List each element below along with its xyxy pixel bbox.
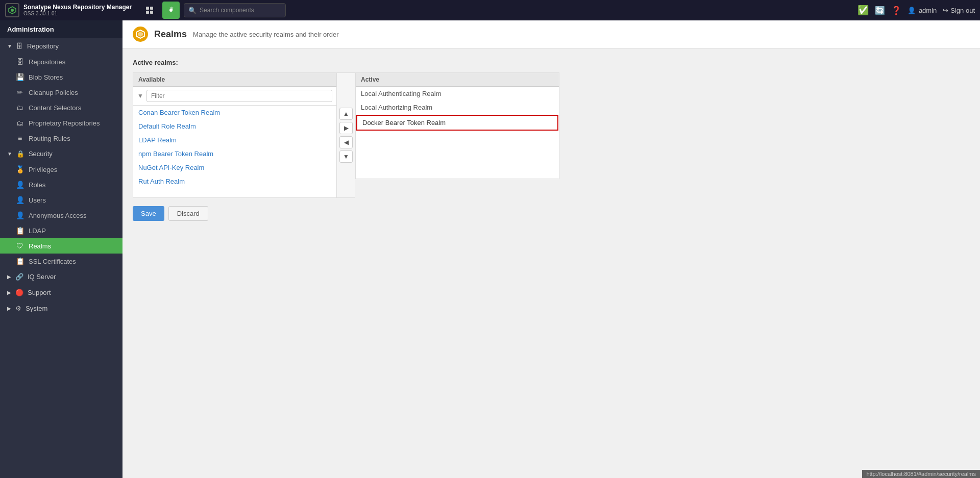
system-icon: ⚙ [15, 305, 21, 312]
sidebar-item-ssl-certificates[interactable]: 📋 SSL Certificates [0, 254, 122, 269]
refresh-icon[interactable]: 🔄 [875, 6, 885, 15]
sidebar-item-users[interactable]: 👤 Users [0, 192, 122, 208]
url-bar: http://localhost:8081/#admin/security/re… [862, 470, 980, 478]
signout-icon: ↪ [943, 7, 948, 14]
brand: Sonatype Nexus Repository Manager OSS 3.… [5, 3, 132, 17]
iq-icon: 🔗 [15, 273, 23, 281]
active-panel: Active Local Authenticating Realm Local … [355, 72, 559, 179]
sidebar-item-label: Privileges [29, 166, 57, 173]
sidebar-item-content-selectors[interactable]: 🗂 Content Selectors [0, 100, 122, 115]
page-header-icon [133, 27, 148, 42]
section-label: Active realms: [133, 59, 970, 66]
repository-icon: 🗄 [16, 42, 23, 50]
search-icon: 🔍 [188, 7, 197, 14]
security-label: Security [29, 150, 53, 158]
list-item[interactable]: LDAP Realm [133, 133, 336, 147]
active-list: Local Authenticating Realm Local Authori… [356, 87, 559, 179]
list-item[interactable]: Conan Bearer Token Realm [133, 106, 336, 119]
main-layout: Administration ▼ 🗄 Repository 🗄 Reposito… [0, 20, 980, 478]
list-item[interactable]: Rut Auth Realm [133, 174, 336, 188]
list-item[interactable]: NuGet API-Key Realm [133, 161, 336, 174]
sidebar-item-ldap[interactable]: 📋 LDAP [0, 223, 122, 238]
browse-icon-btn[interactable] [141, 2, 158, 19]
filter-input[interactable] [146, 90, 332, 102]
navbar-right: ✅ 🔄 ❓ 👤 admin ↪ Sign out [857, 5, 975, 16]
sidebar-item-privileges[interactable]: 🏅 Privileges [0, 162, 122, 177]
sidebar-item-cleanup-policies[interactable]: ✏ Cleanup Policies [0, 85, 122, 100]
svg-rect-4 [146, 11, 149, 14]
sidebar-item-label: Content Selectors [29, 104, 81, 112]
security-icon: 🔒 [16, 150, 24, 158]
navbar: Sonatype Nexus Repository Manager OSS 3.… [0, 0, 980, 20]
sidebar-item-label: Roles [29, 181, 45, 189]
privileges-icon: 🏅 [15, 165, 24, 173]
sidebar-toggle-support[interactable]: ▶ 🔴 Support [0, 285, 122, 300]
chevron-down-icon: ▼ [7, 43, 12, 49]
routing-icon: ≡ [15, 134, 24, 142]
system-label: System [26, 305, 47, 312]
admin-icon-btn[interactable] [162, 2, 180, 19]
chevron-right-icon: ▶ [7, 274, 11, 280]
sidebar-toggle-security[interactable]: ▼ 🔒 Security [0, 146, 122, 162]
move-down-btn[interactable]: ▼ [339, 150, 353, 163]
user-icon: 👤 [908, 7, 916, 14]
list-item[interactable]: Local Authorizing Realm [356, 100, 559, 114]
move-up-btn[interactable]: ▲ [339, 108, 353, 120]
page-description: Manage the active security realms and th… [193, 31, 338, 38]
repositories-icon: 🗄 [15, 58, 24, 66]
user-section[interactable]: 👤 admin [908, 7, 937, 14]
list-item-selected[interactable]: Docker Bearer Token Realm [356, 115, 558, 131]
available-header: Available [133, 73, 336, 87]
sidebar-item-anonymous-access[interactable]: 👤 Anonymous Access [0, 208, 122, 223]
sidebar-item-proprietary-repos[interactable]: 🗂 Proprietary Repositories [0, 115, 122, 131]
filter-icon: ▼ [137, 92, 143, 99]
help-icon[interactable]: ❓ [891, 6, 901, 15]
search-box[interactable]: 🔍 [184, 3, 286, 17]
iq-server-label: IQ Server [28, 273, 56, 281]
cleanup-icon: ✏ [15, 88, 24, 96]
sidebar-item-label: LDAP [29, 227, 46, 235]
available-list: Conan Bearer Token Realm Default Role Re… [133, 106, 336, 197]
sidebar-item-roles[interactable]: 👤 Roles [0, 177, 122, 192]
sidebar-item-label: Realms [29, 242, 51, 250]
sidebar-item-blob-stores[interactable]: 💾 Blob Stores [0, 69, 122, 85]
list-item[interactable]: Default Role Realm [133, 119, 336, 133]
sidebar-item-label: SSL Certificates [29, 258, 76, 265]
sidebar-item-label: Proprietary Repositories [29, 119, 100, 127]
sidebar-item-label: Repositories [29, 58, 65, 66]
save-button[interactable]: Save [133, 206, 164, 221]
sidebar-item-label: Blob Stores [29, 73, 63, 81]
sidebar-toggle-repository[interactable]: ▼ 🗄 Repository [0, 38, 122, 54]
username-label: admin [919, 7, 937, 14]
sidebar-toggle-iq-server[interactable]: ▶ 🔗 IQ Server [0, 269, 122, 285]
sidebar-item-label: Routing Rules [29, 135, 70, 142]
proprietary-icon: 🗂 [15, 119, 24, 127]
sidebar-item-repositories[interactable]: 🗄 Repositories [0, 54, 122, 69]
sidebar-item-realms[interactable]: 🛡 Realms [0, 238, 122, 254]
signout-label: Sign out [950, 7, 975, 14]
move-right-btn[interactable]: ▶ [339, 122, 353, 134]
brand-logo [5, 3, 19, 17]
list-item[interactable]: Local Authenticating Realm [356, 87, 559, 100]
move-left-btn[interactable]: ◀ [339, 136, 353, 148]
active-header: Active [356, 73, 559, 87]
controls-panel: ▲ ▶ ◀ ▼ [337, 72, 355, 198]
action-bar: Save Discard [133, 206, 970, 221]
page-body: Active realms: Available ▼ Conan Bearer … [122, 48, 980, 478]
sidebar-header: Administration [0, 20, 122, 38]
signout-section[interactable]: ↪ Sign out [943, 7, 975, 14]
sidebar-toggle-system[interactable]: ▶ ⚙ System [0, 300, 122, 316]
svg-rect-3 [150, 7, 153, 10]
realms-layout: Available ▼ Conan Bearer Token Realm Def… [133, 72, 970, 198]
brand-text: Sonatype Nexus Repository Manager OSS 3.… [23, 4, 132, 17]
sidebar-item-label: Anonymous Access [29, 212, 86, 219]
filter-box: ▼ [133, 87, 336, 106]
discard-button[interactable]: Discard [168, 206, 208, 221]
search-input[interactable] [200, 7, 281, 14]
chevron-right-icon: ▶ [7, 306, 11, 311]
content-selectors-icon: 🗂 [15, 104, 24, 112]
sidebar-item-routing-rules[interactable]: ≡ Routing Rules [0, 131, 122, 146]
ssl-icon: 📋 [15, 257, 24, 265]
list-item[interactable]: npm Bearer Token Realm [133, 147, 336, 161]
chevron-right-icon: ▶ [7, 290, 11, 295]
